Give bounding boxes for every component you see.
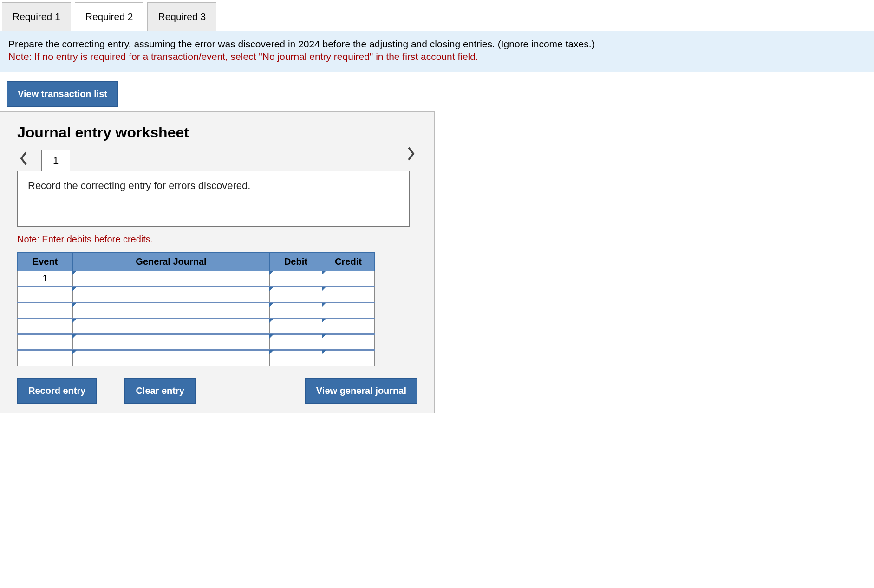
journal-entry-table: Event General Journal Debit Credit 1 [17,252,375,366]
entry-instruction-box: Record the correcting entry for errors d… [17,171,410,227]
table-row: 1 [18,271,375,287]
table-row [18,287,375,302]
journal-entry-worksheet: Journal entry worksheet 1 Record the cor… [0,111,435,413]
tab-required-1[interactable]: Required 1 [2,2,71,31]
credit-cell[interactable] [322,302,374,318]
credit-cell[interactable] [322,350,374,366]
tab-required-3[interactable]: Required 3 [147,2,216,31]
debit-cell[interactable] [269,334,322,350]
table-row [18,302,375,318]
next-entry-icon[interactable] [404,147,417,160]
debit-cell[interactable] [269,271,322,287]
debit-cell[interactable] [269,287,322,302]
credit-cell[interactable] [322,287,374,302]
instruction-text-main: Prepare the correcting entry, assuming t… [8,38,866,50]
event-cell [18,287,73,302]
tab-required-2[interactable]: Required 2 [75,2,144,31]
general-journal-cell[interactable] [73,350,270,366]
event-cell [18,302,73,318]
debit-cell[interactable] [269,350,322,366]
table-row [18,318,375,334]
table-row [18,350,375,366]
event-cell [18,318,73,334]
instructions-panel: Prepare the correcting entry, assuming t… [0,31,874,72]
header-general-journal: General Journal [73,252,270,271]
general-journal-cell[interactable] [73,302,270,318]
event-cell: 1 [18,271,73,287]
header-event: Event [18,252,73,271]
header-debit: Debit [269,252,322,271]
instruction-text-note: Note: If no entry is required for a tran… [8,50,866,63]
general-journal-cell[interactable] [73,318,270,334]
credit-cell[interactable] [322,318,374,334]
event-cell [18,334,73,350]
credit-cell[interactable] [322,271,374,287]
note-debits-before-credits: Note: Enter debits before credits. [17,234,417,245]
header-credit: Credit [322,252,374,271]
view-general-journal-button[interactable]: View general journal [305,378,417,404]
view-transaction-list-button[interactable]: View transaction list [7,81,118,107]
entry-tab-1[interactable]: 1 [41,150,70,171]
general-journal-cell[interactable] [73,334,270,350]
general-journal-cell[interactable] [73,287,270,302]
debit-cell[interactable] [269,302,322,318]
event-cell [18,350,73,366]
worksheet-title: Journal entry worksheet [17,124,417,141]
debit-cell[interactable] [269,318,322,334]
prev-entry-icon[interactable] [17,152,30,165]
clear-entry-button[interactable]: Clear entry [124,378,196,404]
credit-cell[interactable] [322,334,374,350]
table-row [18,334,375,350]
general-journal-cell[interactable] [73,271,270,287]
top-tabs: Required 1 Required 2 Required 3 [0,0,874,31]
record-entry-button[interactable]: Record entry [17,378,97,404]
